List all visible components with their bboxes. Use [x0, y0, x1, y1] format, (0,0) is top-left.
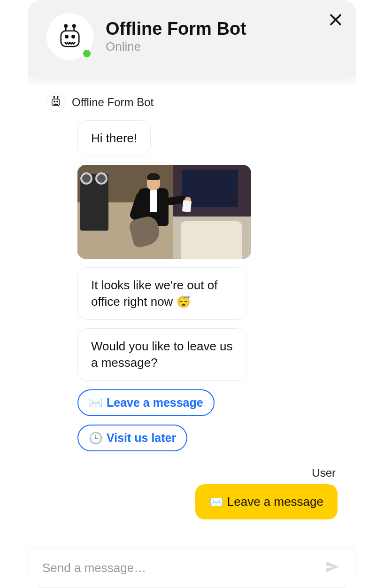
svg-rect-4	[61, 31, 79, 46]
svg-point-14	[54, 101, 55, 102]
bot-message: Hi there!	[77, 120, 151, 156]
status-indicator	[83, 50, 91, 57]
chat-header: Offline Form Bot Online	[28, 0, 356, 77]
gif-message	[77, 165, 251, 259]
header-text: Offline Form Bot Online	[106, 19, 246, 54]
envelope-icon: ✉️	[209, 495, 223, 509]
svg-point-15	[57, 101, 58, 102]
bot-message: Would you like to leave us a message?	[77, 328, 246, 381]
close-icon	[329, 13, 343, 29]
message-input[interactable]	[42, 561, 323, 575]
sender-row: Offline Form Bot	[46, 93, 338, 112]
bot-small-avatar	[46, 93, 65, 112]
user-message-text: Leave a message	[227, 495, 323, 509]
bot-title: Offline Form Bot	[106, 19, 246, 39]
user-message: ✉️ Leave a message	[195, 484, 338, 519]
bot-message: It looks like we're out of office right …	[77, 267, 246, 320]
bot-status: Online	[106, 39, 246, 54]
close-button[interactable]	[326, 11, 345, 30]
user-block: User ✉️ Leave a message	[46, 466, 338, 519]
sender-name: Offline Form Bot	[72, 96, 154, 109]
sleeping-emoji: 😴	[177, 295, 191, 308]
chat-footer	[29, 548, 355, 588]
bot-messages: Hi there!	[46, 120, 338, 451]
quick-reply-label: Leave a message	[107, 396, 203, 410]
quick-reply-label: Visit us later	[107, 431, 176, 445]
svg-point-5	[65, 35, 68, 38]
quick-reply-visit-later[interactable]: 🕒 Visit us later	[77, 425, 187, 451]
chat-widget: Offline Form Bot Online	[28, 0, 356, 588]
envelope-icon: ✉️	[89, 396, 103, 410]
message-text: It looks like we're out of office right …	[91, 278, 217, 309]
send-icon	[324, 559, 340, 577]
robot-icon	[57, 23, 83, 50]
quick-reply-leave-message[interactable]: ✉️ Leave a message	[77, 389, 215, 416]
bot-avatar	[46, 13, 93, 60]
gif-scene	[77, 165, 251, 259]
clock-icon: 🕒	[89, 432, 103, 445]
svg-rect-13	[52, 99, 60, 106]
user-label: User	[312, 466, 338, 480]
robot-icon	[50, 96, 61, 109]
svg-point-6	[72, 35, 74, 38]
send-button[interactable]	[323, 558, 342, 577]
chat-body[interactable]: Offline Form Bot Hi there!	[28, 77, 356, 548]
